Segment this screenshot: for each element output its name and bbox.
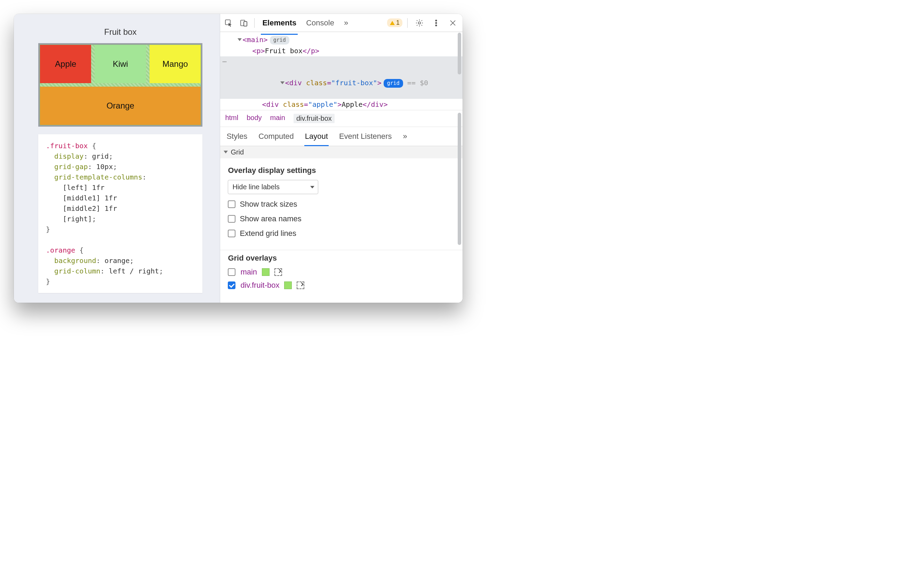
checkbox[interactable] [228, 200, 235, 208]
chevron-down-icon [224, 151, 228, 154]
toolbar-separator [407, 18, 407, 28]
highlight-element-icon[interactable] [274, 268, 282, 276]
subtab-event[interactable]: Event Listeners [338, 131, 393, 142]
svg-point-7 [435, 25, 437, 26]
crumb-body[interactable]: body [247, 114, 261, 123]
cell-kiwi[interactable]: Kiwi [95, 45, 146, 83]
overlay-settings-title: Overlay display settings [228, 166, 455, 175]
grid-section-header[interactable]: Grid [220, 146, 463, 158]
dom-node-fruit-box[interactable]: ⋯ <div class="fruit-box">grid == $0 [220, 56, 463, 99]
cell-orange[interactable]: Orange [40, 87, 201, 125]
devtools-window: Fruit box Apple Kiwi Mango Orange .fruit… [14, 14, 463, 303]
layout-grid-section: Grid Overlay display settings Hide line … [220, 146, 463, 250]
toolbar-separator [254, 18, 255, 28]
close-icon[interactable] [446, 16, 460, 30]
subtab-computed[interactable]: Computed [258, 131, 295, 142]
crumb-fruit-box[interactable]: div.fruit-box [294, 114, 335, 123]
tab-elements[interactable]: Elements [258, 15, 300, 31]
css-code-block: .fruit-box { display: grid; grid-gap: 10… [38, 134, 202, 293]
subtab-layout[interactable]: Layout [304, 131, 329, 142]
warning-icon [390, 21, 395, 25]
grid-badge[interactable]: grid [270, 36, 289, 45]
dom-tree[interactable]: <main>grid <p>Fruit box</p> ⋯ <div class… [220, 32, 463, 110]
tab-more[interactable]: » [340, 15, 352, 31]
elements-subtabs: Styles Computed Layout Event Listeners » [220, 127, 463, 146]
dom-node-main[interactable]: <main>grid [220, 34, 463, 45]
checkbox[interactable] [228, 282, 235, 289]
warnings-badge[interactable]: 1 [387, 18, 402, 27]
dom-node-apple[interactable]: <div class="apple">Apple</div> [220, 99, 463, 110]
option-extend-grid-lines[interactable]: Extend grid lines [228, 229, 455, 238]
breadcrumb: html body main div.fruit-box [220, 110, 463, 127]
crumb-html[interactable]: html [225, 114, 238, 123]
ellipsis-icon[interactable]: ⋯ [222, 56, 226, 67]
inspect-element-icon[interactable] [221, 16, 235, 30]
checkbox[interactable] [228, 229, 235, 237]
checkbox[interactable] [228, 268, 235, 276]
svg-point-4 [418, 22, 420, 24]
svg-point-5 [435, 20, 437, 21]
fruit-box-outline: Apple Kiwi Mango Orange [38, 43, 202, 127]
overlay-fruit-box: div.fruit-box [228, 281, 455, 290]
dom-node-p[interactable]: <p>Fruit box</p> [220, 45, 463, 56]
subtab-styles[interactable]: Styles [226, 131, 248, 142]
kebab-menu-icon[interactable] [429, 16, 443, 30]
color-swatch[interactable] [262, 268, 269, 276]
devtools-toolbar: Elements Console » 1 [220, 14, 463, 32]
svg-rect-2 [244, 22, 247, 26]
subtab-more[interactable]: » [402, 131, 408, 142]
highlight-element-icon[interactable] [297, 282, 304, 289]
grid-overlays-section: Grid overlays main div.fruit-box [220, 250, 463, 300]
overlay-main: main [228, 268, 455, 277]
tab-console[interactable]: Console [302, 15, 338, 31]
rendered-page-pane: Fruit box Apple Kiwi Mango Orange .fruit… [14, 14, 220, 303]
line-labels-select[interactable]: Hide line labels [228, 180, 318, 194]
device-toolbar-icon[interactable] [237, 16, 251, 30]
cell-apple[interactable]: Apple [40, 45, 91, 83]
gear-icon[interactable] [412, 16, 426, 30]
grid-badge[interactable]: grid [384, 79, 403, 88]
color-swatch[interactable] [284, 282, 292, 289]
checkbox[interactable] [228, 215, 235, 223]
scrollbar[interactable] [457, 33, 462, 303]
fruit-box-grid: Apple Kiwi Mango Orange [40, 45, 201, 125]
cell-mango[interactable]: Mango [149, 45, 201, 83]
option-show-track-sizes[interactable]: Show track sizes [228, 200, 455, 209]
svg-point-6 [435, 22, 437, 24]
grid-overlays-title: Grid overlays [228, 254, 455, 263]
option-show-area-names[interactable]: Show area names [228, 214, 455, 223]
crumb-main[interactable]: main [270, 114, 285, 123]
page-title: Fruit box [38, 27, 202, 37]
devtools-pane: Elements Console » 1 <main>grid <p>Fruit… [220, 14, 463, 303]
